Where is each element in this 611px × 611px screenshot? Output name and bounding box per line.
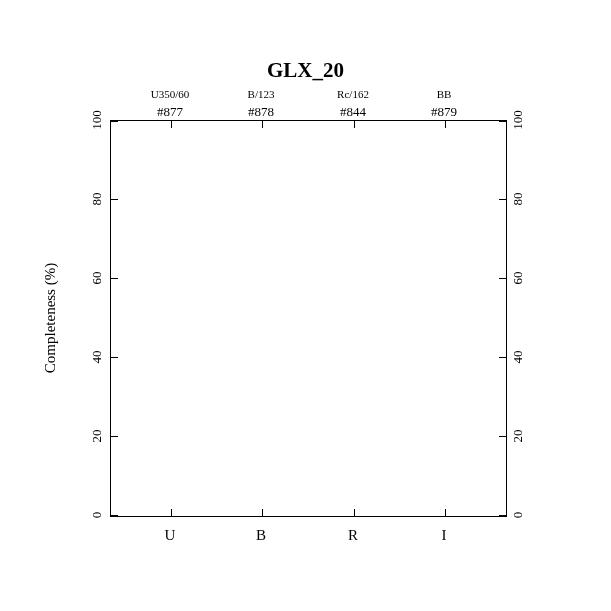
column-annotation: B/123 xyxy=(248,88,275,100)
xtick: B xyxy=(256,527,266,544)
ytick-right: 40 xyxy=(510,351,526,364)
chart-title: GLX_20 xyxy=(0,58,611,83)
ytick-right: 60 xyxy=(510,272,526,285)
ytick-right: 100 xyxy=(510,110,526,130)
ytick-right: 20 xyxy=(510,430,526,443)
xtick: U xyxy=(165,527,176,544)
column-count: #877 xyxy=(157,104,183,120)
xtick: I xyxy=(442,527,447,544)
column-count: #844 xyxy=(340,104,366,120)
column-annotation: Rc/162 xyxy=(337,88,369,100)
column-annotation: BB xyxy=(437,88,452,100)
ytick-left: 20 xyxy=(89,430,105,443)
ytick-left: 80 xyxy=(89,193,105,206)
column-count: #879 xyxy=(431,104,457,120)
ytick-left: 0 xyxy=(89,512,105,519)
ytick-right: 80 xyxy=(510,193,526,206)
column-annotation: U350/60 xyxy=(151,88,190,100)
ytick-left: 40 xyxy=(89,351,105,364)
ytick-right: 0 xyxy=(510,512,526,519)
plot-area xyxy=(110,120,507,517)
xtick: R xyxy=(348,527,358,544)
ytick-left: 100 xyxy=(89,110,105,130)
column-count: #878 xyxy=(248,104,274,120)
y-axis-label: Completeness (%) xyxy=(42,263,59,373)
ytick-left: 60 xyxy=(89,272,105,285)
